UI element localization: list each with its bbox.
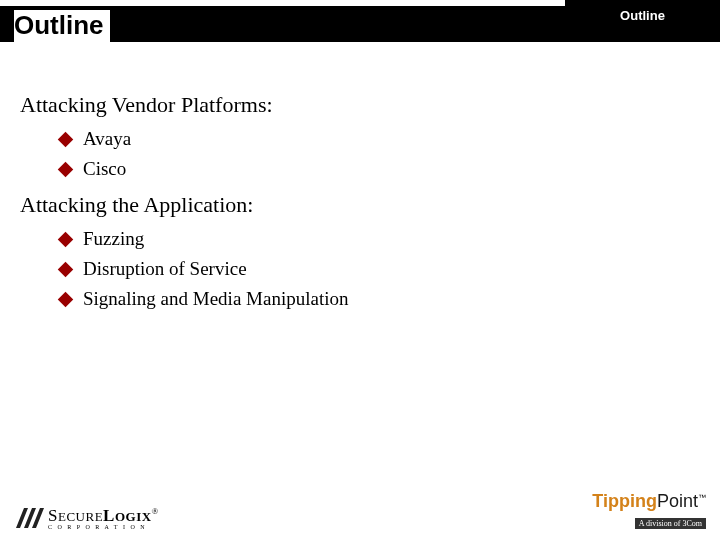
header-tab-label: Outline xyxy=(620,8,665,23)
list-item-label: Fuzzing xyxy=(83,228,144,250)
list-item-label: Disruption of Service xyxy=(83,258,247,280)
slide: Outline Outline Attacking Vendor Platfor… xyxy=(0,0,720,540)
tippingpoint-logo: TippingPoint™ A division of 3Com xyxy=(592,491,706,530)
tippingpoint-part2: Point xyxy=(657,491,698,511)
list-item: Avaya xyxy=(60,128,580,150)
securelogix-logo: SECURELOGIX® C O R P O R A T I O N xyxy=(14,506,159,530)
tippingpoint-part1: Tipping xyxy=(592,491,657,511)
diamond-bullet-icon xyxy=(58,131,74,147)
section-heading: Attacking Vendor Platforms: xyxy=(20,92,580,118)
tippingpoint-subtext: A division of 3Com xyxy=(635,518,706,529)
section-heading: Attacking the Application: xyxy=(20,192,580,218)
slide-title: Outline xyxy=(14,10,110,45)
list-item: Disruption of Service xyxy=(60,258,580,280)
list-item-label: Avaya xyxy=(83,128,131,150)
header-tab: Outline xyxy=(565,0,720,30)
list-item: Fuzzing xyxy=(60,228,580,250)
securelogix-subtext: C O R P O R A T I O N xyxy=(48,524,159,530)
list-item-label: Signaling and Media Manipulation xyxy=(83,288,348,310)
header-tab-cut xyxy=(565,30,582,42)
securelogix-text: SECURELOGIX® C O R P O R A T I O N xyxy=(48,506,159,530)
diamond-bullet-icon xyxy=(58,261,74,277)
list-item-label: Cisco xyxy=(83,158,126,180)
securelogix-mark-icon xyxy=(14,506,44,530)
list-item: Cisco xyxy=(60,158,580,180)
diamond-bullet-icon xyxy=(58,231,74,247)
tippingpoint-text: TippingPoint™ xyxy=(592,491,706,512)
diamond-bullet-icon xyxy=(58,291,74,307)
diamond-bullet-icon xyxy=(58,161,74,177)
content-area: Attacking Vendor Platforms: Avaya Cisco … xyxy=(20,80,580,318)
list-item: Signaling and Media Manipulation xyxy=(60,288,580,310)
